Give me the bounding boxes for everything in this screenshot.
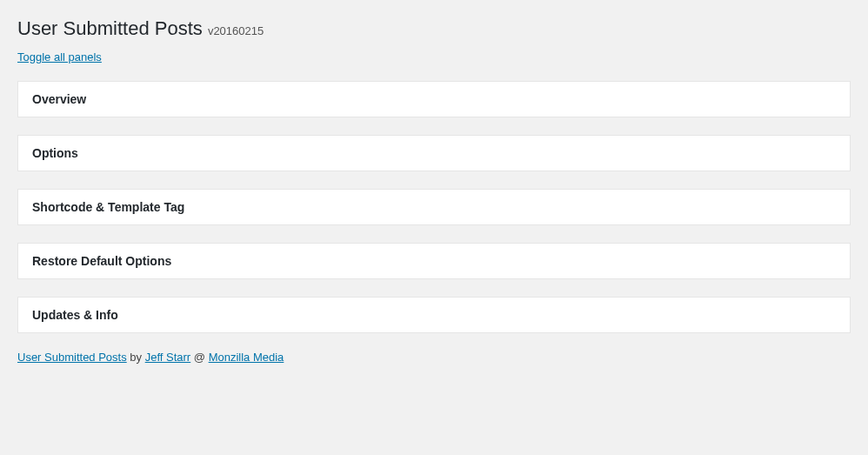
plugin-homepage-link[interactable]: User Submitted Posts <box>17 351 127 364</box>
panel-title: Shortcode & Template Tag <box>32 200 836 214</box>
panel-options[interactable]: Options <box>17 135 851 171</box>
panel-title: Restore Default Options <box>32 254 836 268</box>
panel-updates-info[interactable]: Updates & Info <box>17 297 851 333</box>
toggle-all-panels-link[interactable]: Toggle all panels <box>17 50 102 64</box>
panel-overview[interactable]: Overview <box>17 81 851 117</box>
footer-credits: User Submitted Posts by Jeff Starr @ Mon… <box>17 351 851 364</box>
footer-at-text: @ <box>190 351 208 364</box>
panel-title: Updates & Info <box>32 308 836 322</box>
page-title: User Submitted Posts v20160215 <box>17 17 851 40</box>
panel-restore-default-options[interactable]: Restore Default Options <box>17 243 851 279</box>
panel-title: Overview <box>32 92 836 106</box>
panel-title: Options <box>32 146 836 160</box>
company-link[interactable]: Monzilla Media <box>209 351 284 364</box>
footer-by-text: by <box>127 351 145 364</box>
plugin-version: v20160215 <box>208 24 264 37</box>
plugin-name: User Submitted Posts <box>17 17 203 39</box>
author-link[interactable]: Jeff Starr <box>145 351 191 364</box>
panel-shortcode-template-tag[interactable]: Shortcode & Template Tag <box>17 189 851 225</box>
